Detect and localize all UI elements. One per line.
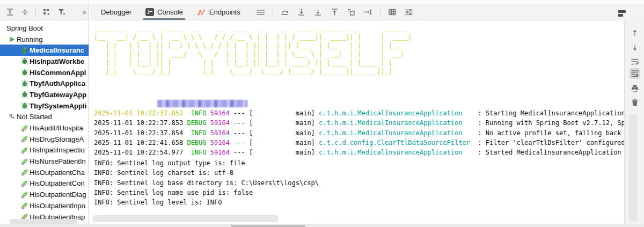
debug-bug-icon xyxy=(20,56,30,66)
springboot-leaf-icon xyxy=(20,157,30,166)
debug-toolwindow-header: Debugger❯ConsoleEndpoints xyxy=(90,4,644,20)
layout-settings-icon[interactable] xyxy=(617,9,627,18)
debug-bug-icon xyxy=(20,101,30,111)
tree-group-label: Not Started xyxy=(17,113,52,121)
filter-icon[interactable] xyxy=(57,8,66,17)
debug-bug-icon xyxy=(20,79,30,89)
springboot-leaf-icon xyxy=(20,179,30,188)
tab-endpoints[interactable]: Endpoints xyxy=(193,4,244,20)
springboot-leaf-icon xyxy=(20,167,30,177)
sliders-icon[interactable] xyxy=(404,8,414,17)
tree-item-hisaudit4hospita[interactable]: HisAudit4Hospita xyxy=(0,122,89,134)
log-lines: 2025-11-01 10:22:37.851 INFO 59164 --- [… xyxy=(94,108,624,157)
down-to-line2-icon[interactable] xyxy=(313,8,323,17)
tree-item-label: HisOutpatientCon xyxy=(30,179,85,187)
console-vertical-scrollbar[interactable] xyxy=(629,114,638,222)
toolbar-separator xyxy=(35,8,36,17)
down-to-line-icon[interactable] xyxy=(297,8,306,17)
springboot-leaf-icon xyxy=(20,190,30,200)
tree-horizontal-scrollbar[interactable] xyxy=(10,219,77,224)
tree-item-tbyfauthapplica[interactable]: TbyfAuthApplica xyxy=(0,78,89,89)
grid-icon[interactable] xyxy=(387,8,397,17)
console-horizontal-scrollbar[interactable] xyxy=(93,215,279,222)
console-right-toolbar xyxy=(624,21,644,224)
sentinel-log-lines: INFO: Sentinel log output type is: file … xyxy=(94,158,319,207)
group-by-icon[interactable] xyxy=(42,8,51,17)
terminal-glyph: ❯ xyxy=(145,8,154,16)
tab-console[interactable]: ❯Console xyxy=(142,4,187,20)
top-edge-strip: ◎ ⌄ xyxy=(0,0,644,4)
debug-bug-icon xyxy=(20,68,30,77)
tree-item-label: HisInpatiInspectio xyxy=(30,146,85,154)
ascii-art-banner: _______ ____ _____ __ __ ____ _ _ _____ … xyxy=(94,24,412,76)
springboot-leaf-icon xyxy=(20,123,30,133)
print-icon[interactable] xyxy=(630,83,640,94)
tab-label: Debugger xyxy=(101,8,131,16)
services-toolbar: » xyxy=(0,4,89,20)
redacted-blur-block xyxy=(157,100,247,107)
tree-item-label: HisOutpatientCha xyxy=(30,169,85,177)
tree-item-label: MedicalInsuranc xyxy=(30,46,84,54)
debug-bug-icon xyxy=(20,46,30,55)
tree-item-label: HisDrugStorageA xyxy=(30,135,84,143)
up-from-line-icon[interactable] xyxy=(330,8,340,17)
run-play-icon xyxy=(7,34,17,44)
console-output[interactable]: _______ ____ _____ __ __ ____ _ _ _____ … xyxy=(90,21,624,224)
debug-bug-icon xyxy=(20,90,30,99)
tree-root-spring-boot[interactable]: Spring Boot xyxy=(0,23,89,34)
tree-item-hisdrugstoragea[interactable]: HisDrugStorageA xyxy=(0,134,89,145)
tree-item-hisoutpatientdiag[interactable]: HisOutpatientDiag xyxy=(0,189,89,200)
tree-item-hiscommonappl[interactable]: HisCommonAppl xyxy=(0,67,89,78)
tree-item-label: TbyfSystemAppli xyxy=(30,102,86,110)
soft-wrap-icon[interactable] xyxy=(630,56,640,67)
tree-item-hisoutpatientinpo[interactable]: HisOutpatientInpo xyxy=(0,200,89,211)
tree-item-label: HisOutpatientDiag xyxy=(30,191,86,199)
clear-all-icon[interactable] xyxy=(630,97,640,108)
tree-item-label: TbyfGatewayApp xyxy=(30,91,86,99)
tree-item-tbyfsystemappli[interactable]: TbyfSystemAppli xyxy=(0,100,89,112)
endpoints-icon xyxy=(197,9,206,16)
scroll-to-end-icon[interactable] xyxy=(630,68,640,79)
tab-label: Endpoints xyxy=(209,8,240,16)
terminal-icon: ❯ xyxy=(145,8,154,16)
tree-item-label: TbyfAuthApplica xyxy=(30,79,85,87)
tree-item-medicalinsuranc[interactable]: MedicalInsuranc xyxy=(0,45,89,56)
tree-group-running[interactable]: Running xyxy=(0,34,89,45)
tree-item-hisinpatiworkbe[interactable]: HisInpatiWorkbe xyxy=(0,56,89,67)
tree-item-label: HisOutpatientInpo xyxy=(30,202,85,210)
tree-group-not-started[interactable]: Not Started xyxy=(0,112,89,123)
toolbar-separator xyxy=(273,8,273,17)
bottom-edge-strip xyxy=(0,224,644,227)
spring-boot-run-dashboard-tree: Spring Boot RunningMedicalInsurancHisInp… xyxy=(0,21,89,224)
tree-item-hisinpatiinspectio[interactable]: HisInpatiInspectio xyxy=(0,145,89,156)
arrow-down-icon[interactable] xyxy=(630,42,640,53)
tab-debugger[interactable]: Debugger xyxy=(97,4,135,20)
tree-item-label: HisCommonAppl xyxy=(30,69,86,77)
toolbar-separator xyxy=(380,8,380,17)
tree-item-label: HisInpatiWorkbe xyxy=(30,57,84,65)
springboot-leaf-icon xyxy=(20,145,30,155)
springboot-leaf-icon xyxy=(20,134,30,144)
springboot-leaf-icon xyxy=(20,201,30,210)
to-cursor-icon[interactable] xyxy=(363,8,373,17)
clear-marks-icon[interactable] xyxy=(347,8,356,17)
tree-item-hisoutpatientcha[interactable]: HisOutpatientCha xyxy=(0,167,89,178)
menu-icon[interactable] xyxy=(256,8,266,17)
wrench-icon xyxy=(7,112,17,122)
bottom-scrollbar-thumb[interactable] xyxy=(231,225,306,227)
tree-item-tbyfgatewayapp[interactable]: TbyfGatewayApp xyxy=(0,89,89,100)
tree-item-label: HisAudit4Hospita xyxy=(30,124,83,132)
tree-item-hisoutpatientcon[interactable]: HisOutpatientCon xyxy=(0,178,89,189)
tree-group-label: Running xyxy=(17,35,42,43)
tab-label: Console xyxy=(157,8,183,16)
more-chevrons-icon[interactable]: » xyxy=(80,8,89,17)
tree-item-hisnursepatientin[interactable]: HisNursePatientIn xyxy=(0,156,89,167)
expand-all-icon[interactable] xyxy=(5,8,14,17)
up-over-line-icon[interactable] xyxy=(280,8,290,17)
tree-root-label: Spring Boot xyxy=(6,24,43,32)
collapse-all-icon[interactable] xyxy=(20,8,29,17)
tree-item-label: HisNursePatientIn xyxy=(30,157,86,165)
arrow-up-icon[interactable] xyxy=(630,27,640,38)
